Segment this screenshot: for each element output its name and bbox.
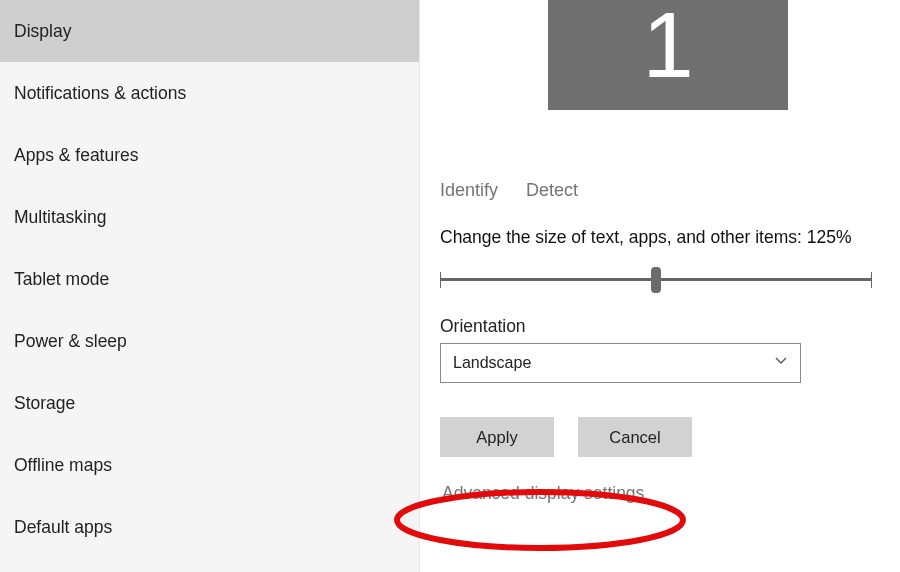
orientation-label: Orientation [440, 316, 900, 337]
apply-button[interactable]: Apply [440, 417, 554, 457]
sidebar-item-apps-features[interactable]: Apps & features [0, 124, 419, 186]
sidebar-item-label: Offline maps [14, 455, 112, 476]
sidebar-item-label: Notifications & actions [14, 83, 186, 104]
sidebar-item-label: Storage [14, 393, 75, 414]
sidebar-item-offline-maps[interactable]: Offline maps [0, 434, 419, 496]
settings-sidebar: Display Notifications & actions Apps & f… [0, 0, 420, 572]
chevron-down-icon [774, 354, 788, 372]
orientation-value: Landscape [453, 354, 531, 372]
scale-slider[interactable] [440, 266, 872, 294]
identify-link[interactable]: Identify [440, 180, 498, 201]
apply-cancel-row: Apply Cancel [440, 417, 900, 457]
slider-tick-end [871, 272, 872, 288]
scale-label: Change the size of text, apps, and other… [440, 227, 900, 248]
monitor-number: 1 [642, 0, 693, 91]
detect-link[interactable]: Detect [526, 180, 578, 201]
sidebar-item-label: Apps & features [14, 145, 139, 166]
identify-detect-row: Identify Detect [440, 180, 900, 201]
sidebar-item-label: Power & sleep [14, 331, 127, 352]
sidebar-item-label: Multitasking [14, 207, 106, 228]
slider-thumb[interactable] [651, 267, 661, 293]
display-settings-panel: 1 Identify Detect Change the size of tex… [420, 0, 900, 572]
sidebar-item-default-apps[interactable]: Default apps [0, 496, 419, 558]
sidebar-item-notifications[interactable]: Notifications & actions [0, 62, 419, 124]
sidebar-item-label: Tablet mode [14, 269, 109, 290]
monitor-tile-1[interactable]: 1 [548, 0, 788, 110]
monitor-preview-area: 1 [436, 0, 900, 168]
advanced-display-settings-link[interactable]: Advanced display settings [442, 483, 644, 504]
sidebar-item-display[interactable]: Display [0, 0, 419, 62]
cancel-button[interactable]: Cancel [578, 417, 692, 457]
slider-tick-start [440, 272, 441, 288]
sidebar-item-label: Default apps [14, 517, 112, 538]
sidebar-item-power-sleep[interactable]: Power & sleep [0, 310, 419, 372]
sidebar-item-storage[interactable]: Storage [0, 372, 419, 434]
orientation-select[interactable]: Landscape [440, 343, 801, 383]
sidebar-item-tablet-mode[interactable]: Tablet mode [0, 248, 419, 310]
sidebar-item-label: Display [14, 21, 71, 42]
sidebar-item-multitasking[interactable]: Multitasking [0, 186, 419, 248]
